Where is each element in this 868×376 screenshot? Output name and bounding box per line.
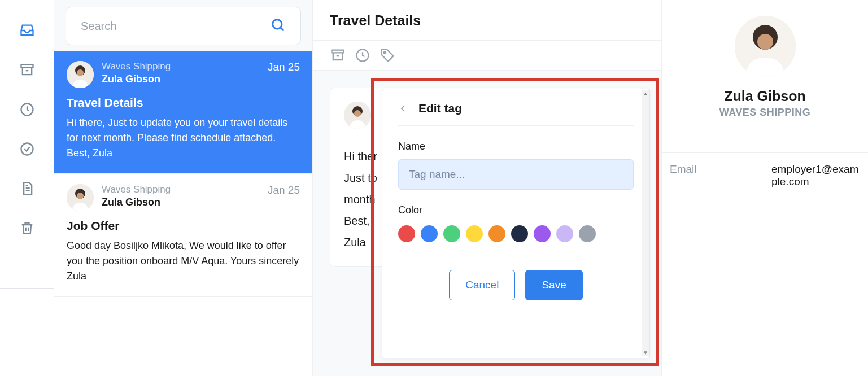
svg-rect-0 <box>21 65 33 68</box>
search-box[interactable] <box>66 7 301 45</box>
message-sender: Zula Gibson <box>102 73 260 85</box>
avatar <box>67 61 94 88</box>
cancel-button[interactable]: Cancel <box>449 270 515 300</box>
contact-field-label: Email <box>670 163 771 188</box>
back-button[interactable] <box>398 103 408 113</box>
detail-subject: Travel Details <box>313 0 661 40</box>
popup-title: Edit tag <box>418 102 462 115</box>
svg-point-9 <box>77 193 84 199</box>
message-preview: Good day Bosiljko Mlikota, We would like… <box>67 238 300 284</box>
toolbar-archive-button[interactable] <box>330 47 346 63</box>
nav-snoozed[interactable] <box>18 100 36 119</box>
save-button[interactable]: Save <box>525 270 582 300</box>
contact-column: Zula Gibson WAVES SHIPPING Email employe… <box>661 0 868 376</box>
contact-company: WAVES SHIPPING <box>719 107 811 119</box>
nav-documents[interactable] <box>18 180 36 198</box>
name-label: Name <box>398 141 634 152</box>
svg-rect-10 <box>332 50 344 53</box>
search-input[interactable] <box>81 20 270 33</box>
nav-sidebar <box>0 0 54 376</box>
svg-point-12 <box>384 52 386 54</box>
contact-avatar <box>735 16 796 77</box>
contact-field-value: employer1@example.com <box>771 163 860 188</box>
color-swatch[interactable] <box>421 225 438 242</box>
contact-name: Zula Gibson <box>724 88 805 104</box>
color-swatch[interactable] <box>534 225 551 242</box>
color-swatch[interactable] <box>398 225 415 242</box>
tag-name-input[interactable] <box>398 159 634 190</box>
message-list-column: Waves Shipping Zula Gibson Jan 25 Travel… <box>54 0 312 376</box>
message-date: Jan 25 <box>268 184 300 196</box>
nav-trash[interactable] <box>18 219 36 237</box>
message-company: Waves Shipping <box>102 184 260 195</box>
avatar <box>67 184 94 211</box>
toolbar-snooze-button[interactable] <box>355 47 370 63</box>
search-icon <box>270 17 286 35</box>
message-subject: Job Offer <box>67 219 300 233</box>
svg-point-18 <box>757 34 773 50</box>
color-label: Color <box>398 204 634 216</box>
svg-point-2 <box>21 143 33 155</box>
nav-done[interactable] <box>18 140 36 158</box>
color-swatch[interactable] <box>579 225 596 242</box>
svg-point-15 <box>354 110 361 117</box>
message-item[interactable]: Waves Shipping Zula Gibson Jan 25 Job Of… <box>54 174 312 297</box>
popup-scrollbar[interactable] <box>642 90 649 356</box>
message-date: Jan 25 <box>268 61 300 73</box>
message-company: Waves Shipping <box>102 61 260 72</box>
contact-field-email: Email employer1@example.com <box>662 153 868 188</box>
svg-point-6 <box>77 69 84 76</box>
message-sender: Zula Gibson <box>102 196 260 208</box>
edit-tag-popup: Edit tag Name Color Cancel Save <box>382 89 650 358</box>
avatar <box>344 102 371 129</box>
svg-point-3 <box>273 20 282 29</box>
detail-toolbar <box>313 40 661 71</box>
color-swatch[interactable] <box>556 225 573 242</box>
nav-inbox[interactable] <box>18 21 36 40</box>
nav-archive[interactable] <box>18 61 36 79</box>
message-item[interactable]: Waves Shipping Zula Gibson Jan 25 Travel… <box>54 51 312 174</box>
toolbar-tag-button[interactable] <box>380 47 395 63</box>
message-preview: Hi there, Just to update you on your tra… <box>67 115 300 161</box>
color-swatch[interactable] <box>443 225 460 242</box>
color-swatch[interactable] <box>488 225 505 242</box>
color-swatch[interactable] <box>466 225 483 242</box>
message-subject: Travel Details <box>67 96 300 110</box>
color-swatches <box>398 225 634 255</box>
color-swatch[interactable] <box>511 225 528 242</box>
